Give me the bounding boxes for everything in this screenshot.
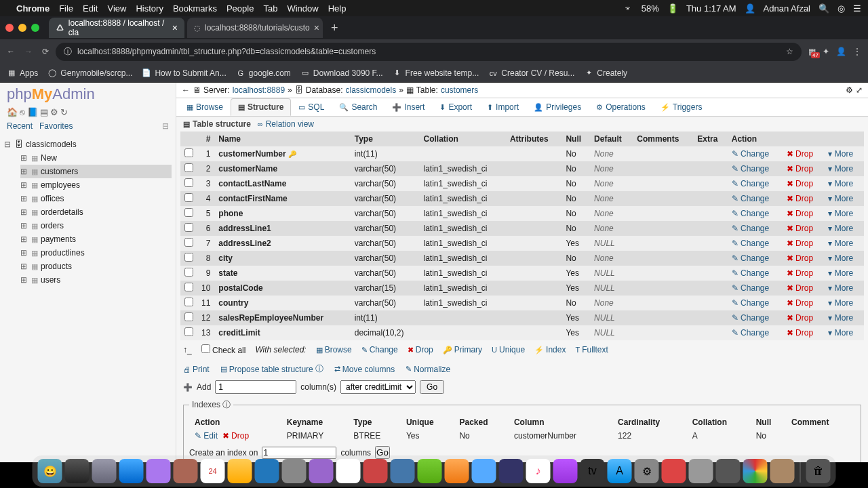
- bookmark-item[interactable]: ◯Genymobile/scrcp...: [47, 68, 132, 78]
- more-link[interactable]: ▾ More: [828, 253, 853, 263]
- row-checkbox[interactable]: [184, 148, 193, 157]
- add-count-input[interactable]: [215, 380, 296, 394]
- dock-app-icon[interactable]: [282, 459, 307, 483]
- change-link[interactable]: ✎ Change: [732, 239, 769, 248]
- change-link[interactable]: ✎ Change: [732, 283, 769, 293]
- more-link[interactable]: ▾ More: [828, 209, 853, 218]
- reload-button[interactable]: ⟳: [42, 47, 49, 56]
- menu-file[interactable]: File: [59, 3, 73, 14]
- dock-app-icon[interactable]: [146, 459, 171, 483]
- forward-button[interactable]: →: [24, 47, 33, 56]
- dock-app-icon[interactable]: [472, 459, 496, 483]
- dock-app-icon[interactable]: [499, 459, 524, 483]
- clock[interactable]: Thu 1:17 AM: [686, 3, 736, 14]
- dock-app-icon[interactable]: [309, 459, 334, 483]
- dock-app-icon[interactable]: [92, 459, 117, 483]
- table-node-payments[interactable]: ⊞▦payments: [20, 232, 172, 246]
- drop-link[interactable]: ✖ Drop: [787, 268, 813, 278]
- db-link[interactable]: classicmodels: [345, 85, 396, 95]
- sel-browse[interactable]: ▦Browse: [316, 345, 352, 354]
- sel-index[interactable]: ⚡Index: [534, 345, 566, 354]
- table-node-orders[interactable]: ⊞▦orders: [20, 219, 172, 232]
- sql-icon[interactable]: ▤: [40, 107, 48, 117]
- dock-podcasts-icon[interactable]: [553, 459, 578, 483]
- index-drop-link[interactable]: ✖ Drop: [222, 431, 249, 441]
- control-center-icon[interactable]: ☰: [853, 3, 861, 14]
- drop-link[interactable]: ✖ Drop: [787, 209, 813, 218]
- check-all-checkbox[interactable]: [201, 344, 210, 353]
- change-link[interactable]: ✎ Change: [732, 194, 769, 203]
- dock-app-icon[interactable]: [770, 459, 795, 483]
- more-link[interactable]: ▾ More: [828, 313, 853, 323]
- dock-music-icon[interactable]: ♪: [526, 459, 551, 483]
- more-link[interactable]: ▾ More: [828, 149, 853, 159]
- bookmark-item[interactable]: ▭Download 3090 F...: [300, 68, 383, 78]
- row-checkbox[interactable]: [184, 193, 193, 202]
- subtab-table-structure[interactable]: ▤Table structure: [183, 119, 251, 129]
- extensions-icon[interactable]: ✦: [823, 47, 829, 56]
- change-link[interactable]: ✎ Change: [732, 209, 769, 218]
- change-link[interactable]: ✎ Change: [732, 149, 769, 159]
- add-go-button[interactable]: Go: [420, 380, 444, 394]
- tab-browse[interactable]: ▦Browse: [179, 98, 231, 116]
- extension-badge-icon[interactable]: ▦47: [808, 47, 816, 56]
- logout-icon[interactable]: ⎋: [20, 107, 25, 117]
- app-name[interactable]: Chrome: [16, 3, 50, 14]
- server-link[interactable]: localhost:8889: [233, 85, 285, 95]
- home-icon[interactable]: 🏠: [7, 107, 18, 117]
- change-link[interactable]: ✎ Change: [732, 224, 769, 233]
- db-node[interactable]: ⊟🗄classicmodels: [4, 138, 172, 151]
- row-checkbox[interactable]: [184, 238, 193, 247]
- change-link[interactable]: ✎ Change: [732, 179, 769, 188]
- dock-app-icon[interactable]: [391, 459, 415, 483]
- pma-logo[interactable]: phpMyAdmin: [4, 85, 172, 106]
- tab-search[interactable]: 🔍Search: [332, 98, 384, 116]
- bookmark-item[interactable]: cvCreator CV / Resu...: [488, 68, 574, 78]
- row-checkbox[interactable]: [184, 268, 193, 277]
- dock-app-icon[interactable]: [174, 459, 198, 483]
- wifi-icon[interactable]: ᯤ: [625, 3, 633, 14]
- more-link[interactable]: ▾ More: [828, 179, 853, 188]
- sel-unique[interactable]: UUnique: [492, 345, 525, 354]
- row-checkbox[interactable]: [184, 223, 193, 232]
- print-link[interactable]: 🖨Print: [183, 363, 210, 375]
- menu-bookmarks[interactable]: Bookmarks: [173, 3, 217, 14]
- bookmark-item[interactable]: ✦Creately: [584, 68, 627, 78]
- row-checkbox[interactable]: [184, 178, 193, 187]
- more-link[interactable]: ▾ More: [828, 164, 853, 174]
- tab-export[interactable]: ⬇Export: [432, 98, 479, 116]
- dock-safari-icon[interactable]: [119, 459, 144, 483]
- menu-icon[interactable]: ⋮: [853, 47, 861, 56]
- bookmark-item[interactable]: ⬇Free website temp...: [393, 68, 479, 78]
- url-input[interactable]: ⓘ localhost:8888/phpmyadmin/tbl_structur…: [56, 43, 802, 61]
- menu-view[interactable]: View: [107, 3, 126, 14]
- help-icon[interactable]: ⓘ: [315, 363, 323, 375]
- search-icon[interactable]: 🔍: [818, 3, 829, 14]
- more-link[interactable]: ▾ More: [828, 268, 853, 278]
- dock-app-icon[interactable]: [689, 459, 713, 483]
- tab-structure[interactable]: ▤Structure: [231, 98, 291, 116]
- bookmark-item[interactable]: Ggoogle.com: [236, 68, 291, 78]
- dock-appstore-icon[interactable]: A: [608, 459, 632, 483]
- menu-window[interactable]: Window: [287, 3, 318, 14]
- bookmark-star-icon[interactable]: ☆: [786, 47, 793, 56]
- change-link[interactable]: ✎ Change: [732, 298, 769, 308]
- profile-icon[interactable]: 👤: [836, 47, 846, 56]
- change-link[interactable]: ✎ Change: [732, 313, 769, 323]
- window-max-button[interactable]: [31, 24, 39, 32]
- propose-link[interactable]: ▤Propose table structure ⓘ: [220, 363, 323, 375]
- move-columns-link[interactable]: ⇄Move columns: [334, 363, 395, 375]
- row-checkbox[interactable]: [184, 283, 193, 291]
- drop-link[interactable]: ✖ Drop: [787, 224, 813, 233]
- bookmark-item[interactable]: 📄How to Submit An...: [142, 68, 226, 78]
- tab-close-button[interactable]: ×: [314, 22, 319, 33]
- row-checkbox[interactable]: [184, 163, 193, 172]
- dock-app-icon[interactable]: [445, 459, 469, 483]
- new-tab-button[interactable]: +: [326, 21, 344, 35]
- more-link[interactable]: ▾ More: [828, 328, 853, 338]
- change-link[interactable]: ✎ Change: [732, 164, 769, 174]
- table-node-employees[interactable]: ⊞▦employees: [20, 178, 172, 192]
- table-link[interactable]: customers: [441, 85, 478, 95]
- dock-calendar-icon[interactable]: 24: [201, 459, 225, 483]
- dock-app-icon[interactable]: [363, 459, 388, 483]
